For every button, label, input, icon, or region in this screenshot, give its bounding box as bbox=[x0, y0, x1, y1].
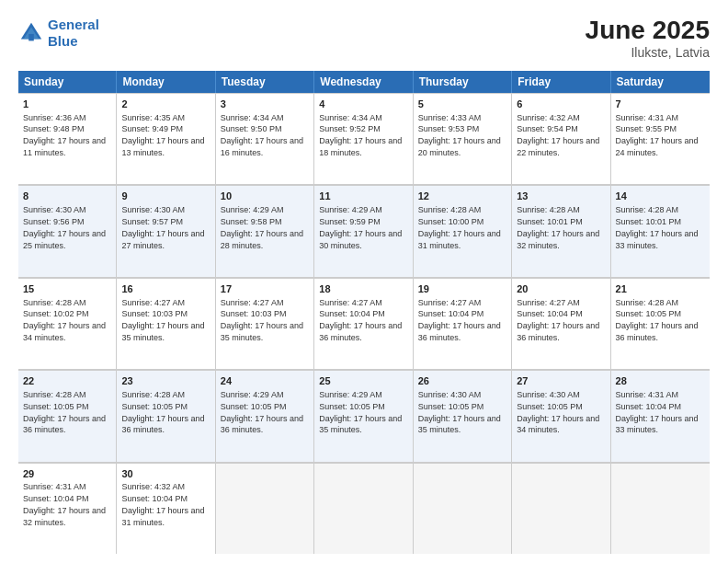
sunrise-text: Sunrise: 4:27 AM bbox=[418, 298, 482, 307]
sunset-text: Sunset: 9:57 PM bbox=[121, 217, 183, 226]
sunset-text: Sunset: 10:01 PM bbox=[616, 217, 682, 226]
day-cell-7: 7Sunrise: 4:31 AMSunset: 9:55 PMDaylight… bbox=[611, 93, 710, 184]
title-section: June 2025 Ilukste, Latvia bbox=[586, 17, 710, 60]
sunset-text: Sunset: 9:55 PM bbox=[616, 124, 677, 133]
daylight-text: Daylight: 17 hours and 35 minutes. bbox=[418, 414, 501, 435]
day-cell-30: 30Sunrise: 4:32 AMSunset: 10:04 PMDaylig… bbox=[117, 463, 215, 554]
day-number: 26 bbox=[418, 374, 506, 388]
page: General Blue June 2025 Ilukste, Latvia S… bbox=[0, 0, 728, 563]
calendar-week-1: 1Sunrise: 4:36 AMSunset: 9:48 PMDaylight… bbox=[18, 93, 710, 185]
sunrise-text: Sunrise: 4:29 AM bbox=[319, 390, 382, 399]
empty-cell bbox=[512, 463, 610, 554]
daylight-text: Daylight: 17 hours and 18 minutes. bbox=[319, 136, 402, 157]
sunrise-text: Sunrise: 4:34 AM bbox=[319, 113, 382, 122]
calendar-week-4: 22Sunrise: 4:28 AMSunset: 10:05 PMDaylig… bbox=[18, 370, 710, 462]
day-cell-21: 21Sunrise: 4:28 AMSunset: 10:05 PMDaylig… bbox=[611, 278, 710, 369]
day-cell-12: 12Sunrise: 4:28 AMSunset: 10:00 PMDaylig… bbox=[414, 185, 512, 276]
svg-rect-2 bbox=[28, 34, 34, 40]
sunrise-text: Sunrise: 4:36 AM bbox=[23, 113, 86, 122]
sunrise-text: Sunrise: 4:28 AM bbox=[517, 205, 580, 214]
sunset-text: Sunset: 10:04 PM bbox=[121, 494, 188, 503]
empty-cell bbox=[414, 463, 512, 554]
sunrise-text: Sunrise: 4:35 AM bbox=[121, 113, 185, 122]
day-number: 28 bbox=[616, 374, 705, 388]
sunrise-text: Sunrise: 4:31 AM bbox=[616, 113, 679, 122]
sunset-text: Sunset: 10:04 PM bbox=[418, 309, 484, 318]
sunrise-text: Sunrise: 4:31 AM bbox=[616, 390, 679, 399]
sunset-text: Sunset: 9:48 PM bbox=[23, 124, 85, 133]
day-cell-29: 29Sunrise: 4:31 AMSunset: 10:04 PMDaylig… bbox=[18, 463, 117, 554]
sunset-text: Sunset: 10:05 PM bbox=[23, 402, 89, 411]
daylight-text: Daylight: 17 hours and 36 minutes. bbox=[319, 321, 402, 342]
sunset-text: Sunset: 10:05 PM bbox=[221, 402, 287, 411]
day-number: 1 bbox=[23, 98, 111, 111]
daylight-text: Daylight: 17 hours and 36 minutes. bbox=[221, 414, 303, 435]
daylight-text: Daylight: 17 hours and 35 minutes. bbox=[221, 321, 303, 342]
daylight-text: Daylight: 17 hours and 36 minutes. bbox=[517, 321, 599, 342]
daylight-text: Daylight: 17 hours and 31 minutes. bbox=[121, 506, 204, 527]
sunrise-text: Sunrise: 4:29 AM bbox=[221, 205, 284, 214]
day-cell-22: 22Sunrise: 4:28 AMSunset: 10:05 PMDaylig… bbox=[18, 370, 117, 461]
day-number: 27 bbox=[517, 374, 605, 388]
day-number: 2 bbox=[121, 98, 210, 111]
logo-text: General Blue bbox=[48, 17, 99, 50]
day-cell-10: 10Sunrise: 4:29 AMSunset: 9:58 PMDayligh… bbox=[216, 185, 314, 276]
day-cell-6: 6Sunrise: 4:32 AMSunset: 9:54 PMDaylight… bbox=[512, 93, 610, 184]
day-cell-17: 17Sunrise: 4:27 AMSunset: 10:03 PMDaylig… bbox=[216, 278, 314, 369]
daylight-text: Daylight: 17 hours and 22 minutes. bbox=[517, 136, 599, 157]
day-cell-16: 16Sunrise: 4:27 AMSunset: 10:03 PMDaylig… bbox=[117, 278, 215, 369]
sunrise-text: Sunrise: 4:27 AM bbox=[517, 298, 580, 307]
sunrise-text: Sunrise: 4:29 AM bbox=[319, 205, 382, 214]
sunrise-text: Sunrise: 4:28 AM bbox=[121, 390, 185, 399]
day-cell-9: 9Sunrise: 4:30 AMSunset: 9:57 PMDaylight… bbox=[117, 185, 215, 276]
daylight-text: Daylight: 17 hours and 36 minutes. bbox=[616, 321, 699, 342]
daylight-text: Daylight: 17 hours and 36 minutes. bbox=[23, 414, 106, 435]
day-cell-19: 19Sunrise: 4:27 AMSunset: 10:04 PMDaylig… bbox=[414, 278, 512, 369]
sunset-text: Sunset: 10:04 PM bbox=[517, 309, 583, 318]
day-cell-15: 15Sunrise: 4:28 AMSunset: 10:02 PMDaylig… bbox=[18, 278, 117, 369]
day-number: 22 bbox=[23, 374, 111, 388]
header-friday: Friday bbox=[512, 71, 610, 93]
sunrise-text: Sunrise: 4:29 AM bbox=[221, 390, 284, 399]
calendar-header: Sunday Monday Tuesday Wednesday Thursday… bbox=[18, 71, 710, 93]
daylight-text: Daylight: 17 hours and 20 minutes. bbox=[418, 136, 501, 157]
sunrise-text: Sunrise: 4:30 AM bbox=[23, 205, 86, 214]
day-cell-11: 11Sunrise: 4:29 AMSunset: 9:59 PMDayligh… bbox=[314, 185, 413, 276]
calendar-week-5: 29Sunrise: 4:31 AMSunset: 10:04 PMDaylig… bbox=[18, 463, 710, 554]
daylight-text: Daylight: 17 hours and 32 minutes. bbox=[23, 506, 106, 527]
sunset-text: Sunset: 10:05 PM bbox=[319, 402, 385, 411]
location: Ilukste, Latvia bbox=[586, 45, 710, 60]
daylight-text: Daylight: 17 hours and 16 minutes. bbox=[221, 136, 303, 157]
sunrise-text: Sunrise: 4:33 AM bbox=[418, 113, 482, 122]
day-number: 29 bbox=[23, 467, 111, 481]
calendar-body: 1Sunrise: 4:36 AMSunset: 9:48 PMDaylight… bbox=[18, 93, 710, 554]
sunrise-text: Sunrise: 4:28 AM bbox=[23, 298, 86, 307]
sunset-text: Sunset: 10:04 PM bbox=[319, 309, 385, 318]
sunrise-text: Sunrise: 4:28 AM bbox=[616, 205, 679, 214]
sunset-text: Sunset: 9:54 PM bbox=[517, 124, 578, 133]
sunset-text: Sunset: 10:03 PM bbox=[221, 309, 287, 318]
day-number: 11 bbox=[319, 190, 407, 203]
daylight-text: Daylight: 17 hours and 31 minutes. bbox=[418, 229, 501, 250]
empty-cell bbox=[611, 463, 710, 554]
day-number: 6 bbox=[517, 98, 605, 111]
sunset-text: Sunset: 9:49 PM bbox=[121, 124, 183, 133]
day-number: 7 bbox=[616, 98, 705, 111]
day-cell-1: 1Sunrise: 4:36 AMSunset: 9:48 PMDaylight… bbox=[18, 93, 117, 184]
sunrise-text: Sunrise: 4:28 AM bbox=[418, 205, 482, 214]
sunset-text: Sunset: 9:59 PM bbox=[319, 217, 381, 226]
day-number: 13 bbox=[517, 190, 605, 203]
daylight-text: Daylight: 17 hours and 27 minutes. bbox=[121, 229, 204, 250]
day-cell-2: 2Sunrise: 4:35 AMSunset: 9:49 PMDaylight… bbox=[117, 93, 215, 184]
day-cell-24: 24Sunrise: 4:29 AMSunset: 10:05 PMDaylig… bbox=[216, 370, 314, 461]
sunset-text: Sunset: 9:53 PM bbox=[418, 124, 480, 133]
header-monday: Monday bbox=[117, 71, 215, 93]
empty-cell bbox=[216, 463, 314, 554]
calendar-week-3: 15Sunrise: 4:28 AMSunset: 10:02 PMDaylig… bbox=[18, 278, 710, 370]
month-title: June 2025 bbox=[586, 17, 710, 45]
day-number: 24 bbox=[221, 374, 309, 388]
day-number: 21 bbox=[616, 282, 705, 296]
sunrise-text: Sunrise: 4:32 AM bbox=[517, 113, 580, 122]
day-cell-4: 4Sunrise: 4:34 AMSunset: 9:52 PMDaylight… bbox=[314, 93, 413, 184]
sunset-text: Sunset: 10:00 PM bbox=[418, 217, 484, 226]
